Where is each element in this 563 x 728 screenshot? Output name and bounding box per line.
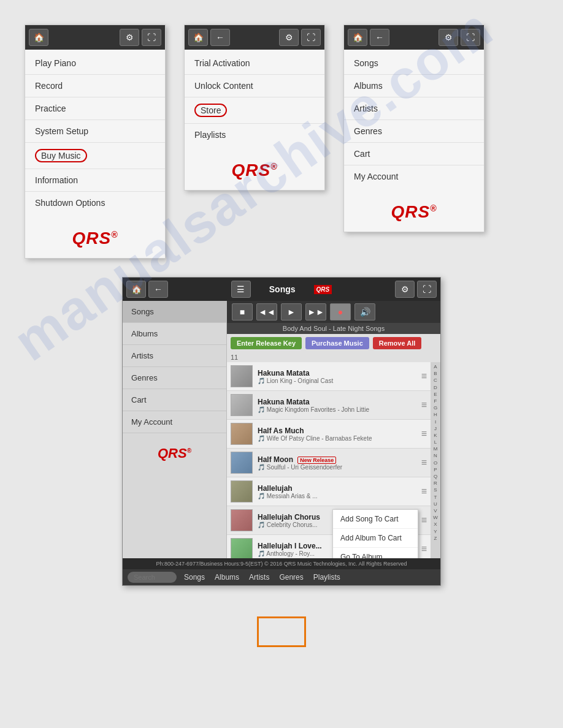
app-home-btn[interactable]: 🏠 bbox=[126, 281, 146, 298]
alpha-V[interactable]: V bbox=[434, 507, 437, 514]
song-row[interactable]: Hakuna Matata 🎵 Lion King - Original Cas… bbox=[227, 362, 431, 391]
sidebar-item-my-account[interactable]: My Account bbox=[123, 411, 226, 433]
menu-item-albums[interactable]: Albums bbox=[344, 75, 484, 97]
sidebar-item-artists[interactable]: Artists bbox=[123, 345, 226, 367]
menu-item-practice[interactable]: Practice bbox=[25, 97, 165, 120]
app-settings-btn[interactable]: ⚙ bbox=[395, 281, 415, 298]
alpha-B[interactable]: B bbox=[434, 370, 437, 377]
sidebar-item-cart[interactable]: Cart bbox=[123, 389, 226, 411]
bottom-tab-genres[interactable]: Genres bbox=[277, 572, 305, 583]
song-menu-icon[interactable]: ≡ bbox=[421, 457, 427, 468]
alpha-X[interactable]: X bbox=[434, 521, 437, 528]
context-add-album[interactable]: Add Album To Cart bbox=[333, 529, 418, 548]
alpha-Y[interactable]: Y bbox=[434, 528, 437, 535]
panel1-menu: Play Piano Record Practice System Setup … bbox=[25, 50, 165, 216]
alpha-I[interactable]: I bbox=[435, 419, 436, 425]
app-fullscreen-btn[interactable]: ⛶ bbox=[417, 281, 437, 298]
menu-item-trial-activation[interactable]: Trial Activation bbox=[185, 52, 324, 75]
alpha-H[interactable]: H bbox=[434, 411, 437, 418]
purchase-music-btn[interactable]: Purchase Music bbox=[305, 337, 369, 349]
panel3-settings-btn[interactable]: ⚙ bbox=[439, 29, 458, 46]
panel2-home-btn[interactable]: 🏠 bbox=[188, 29, 208, 46]
menu-item-buy-music[interactable]: Buy Music bbox=[25, 143, 165, 169]
menu-item-cart[interactable]: Cart bbox=[344, 143, 484, 165]
bottom-tab-artists[interactable]: Artists bbox=[247, 572, 272, 583]
panel2-settings-btn[interactable]: ⚙ bbox=[279, 29, 299, 46]
search-input[interactable] bbox=[128, 572, 177, 583]
menu-item-shutdown-options[interactable]: Shutdown Options bbox=[25, 192, 165, 214]
record-btn[interactable]: ● bbox=[330, 303, 351, 320]
alpha-P[interactable]: P bbox=[434, 466, 437, 473]
sidebar-item-albums[interactable]: Albums bbox=[123, 323, 226, 345]
alpha-G[interactable]: G bbox=[434, 404, 437, 411]
panel1-home-btn[interactable]: 🏠 bbox=[29, 29, 48, 46]
menu-item-artists[interactable]: Artists bbox=[344, 97, 484, 120]
menu-item-playlists[interactable]: Playlists bbox=[185, 124, 324, 146]
bottom-tab-albums[interactable]: Albums bbox=[212, 572, 242, 583]
alpha-R[interactable]: R bbox=[434, 480, 437, 487]
song-menu-icon[interactable]: ≡ bbox=[421, 371, 427, 382]
song-row[interactable]: Half Moon New Release 🎵 Soulful - Uri Ge… bbox=[227, 449, 431, 477]
menu-item-songs[interactable]: Songs bbox=[344, 52, 484, 75]
song-menu-icon[interactable]: ≡ bbox=[421, 486, 427, 497]
stop-btn[interactable]: ■ bbox=[232, 303, 253, 320]
song-menu-icon[interactable]: ≡ bbox=[421, 400, 427, 411]
context-go-album[interactable]: Go To Album bbox=[333, 548, 418, 558]
song-menu-icon[interactable]: ≡ bbox=[421, 428, 427, 439]
top-section: 🏠 ⚙ ⛶ Play Piano Record Practice System … bbox=[0, 0, 563, 271]
alpha-D[interactable]: D bbox=[434, 384, 437, 391]
enter-release-key-btn[interactable]: Enter Release Key bbox=[231, 337, 302, 349]
panel3-fullscreen-btn[interactable]: ⛶ bbox=[461, 29, 480, 46]
menu-item-information[interactable]: Information bbox=[25, 169, 165, 192]
panel1-settings-btn[interactable]: ⚙ bbox=[120, 29, 139, 46]
alpha-A[interactable]: A bbox=[434, 363, 437, 370]
alpha-J[interactable]: J bbox=[434, 425, 437, 432]
bottom-section: 🏠 ← ☰ Songs QRS ⚙ ⛶ Songs Albums Artists… bbox=[0, 271, 563, 598]
menu-item-play-piano[interactable]: Play Piano bbox=[25, 52, 165, 75]
song-info: Half As Much 🎵 Wife Of Patsy Cline - Bar… bbox=[258, 427, 419, 442]
menu-item-my-account[interactable]: My Account bbox=[344, 165, 484, 188]
panel3-home-btn[interactable]: 🏠 bbox=[348, 29, 367, 46]
menu-item-system-setup[interactable]: System Setup bbox=[25, 120, 165, 143]
rewind-btn[interactable]: ◄◄ bbox=[256, 303, 277, 320]
alpha-T[interactable]: T bbox=[434, 494, 437, 501]
app-back-btn[interactable]: ← bbox=[148, 281, 168, 298]
alpha-Q[interactable]: Q bbox=[434, 473, 437, 480]
alpha-M[interactable]: M bbox=[434, 446, 438, 452]
panel2-back-btn[interactable]: ← bbox=[210, 29, 230, 46]
song-row[interactable]: Hakuna Matata 🎵 Magic Kingdom Favorites … bbox=[227, 391, 431, 420]
menu-item-genres[interactable]: Genres bbox=[344, 120, 484, 143]
alpha-F[interactable]: F bbox=[434, 398, 437, 404]
alpha-U[interactable]: U bbox=[434, 501, 437, 507]
app-menu-btn[interactable]: ☰ bbox=[231, 281, 251, 298]
sidebar-item-songs[interactable]: Songs bbox=[123, 301, 226, 323]
menu-item-store[interactable]: Store bbox=[185, 97, 324, 124]
alpha-C[interactable]: C bbox=[434, 377, 437, 384]
panel3-back-btn[interactable]: ← bbox=[370, 29, 389, 46]
alpha-Z[interactable]: Z bbox=[434, 535, 437, 542]
play-btn[interactable]: ► bbox=[281, 303, 302, 320]
bottom-tab-songs[interactable]: Songs bbox=[182, 572, 207, 583]
bottom-tab-playlists[interactable]: Playlists bbox=[311, 572, 343, 583]
sidebar-item-genres[interactable]: Genres bbox=[123, 367, 226, 389]
song-menu-icon[interactable]: ≡ bbox=[421, 544, 427, 555]
panel2-fullscreen-btn[interactable]: ⛶ bbox=[301, 29, 321, 46]
alpha-N[interactable]: N bbox=[434, 452, 437, 459]
fast-forward-btn[interactable]: ►► bbox=[305, 303, 326, 320]
menu-item-record[interactable]: Record bbox=[25, 75, 165, 97]
alpha-W[interactable]: W bbox=[433, 514, 438, 521]
alpha-E[interactable]: E bbox=[434, 391, 437, 398]
alpha-S[interactable]: S bbox=[434, 487, 437, 493]
song-row[interactable]: Hallelujah 🎵 Messiah Arias & ... ≡ bbox=[227, 477, 431, 506]
remove-all-btn[interactable]: Remove All bbox=[373, 337, 422, 349]
context-add-song[interactable]: Add Song To Cart bbox=[333, 510, 418, 529]
song-row[interactable]: Half As Much 🎵 Wife Of Patsy Cline - Bar… bbox=[227, 420, 431, 449]
alpha-L[interactable]: L bbox=[434, 439, 437, 446]
song-subtitle: 🎵 Wife Of Patsy Cline - Barnabas Fekete bbox=[258, 435, 419, 442]
panel1-fullscreen-btn[interactable]: ⛶ bbox=[142, 29, 161, 46]
alpha-K[interactable]: K bbox=[434, 432, 437, 439]
alpha-O[interactable]: O bbox=[434, 460, 437, 466]
volume-btn[interactable]: 🔊 bbox=[354, 303, 375, 320]
menu-item-unlock-content[interactable]: Unlock Content bbox=[185, 75, 324, 97]
song-menu-icon[interactable]: ≡ bbox=[421, 515, 427, 526]
